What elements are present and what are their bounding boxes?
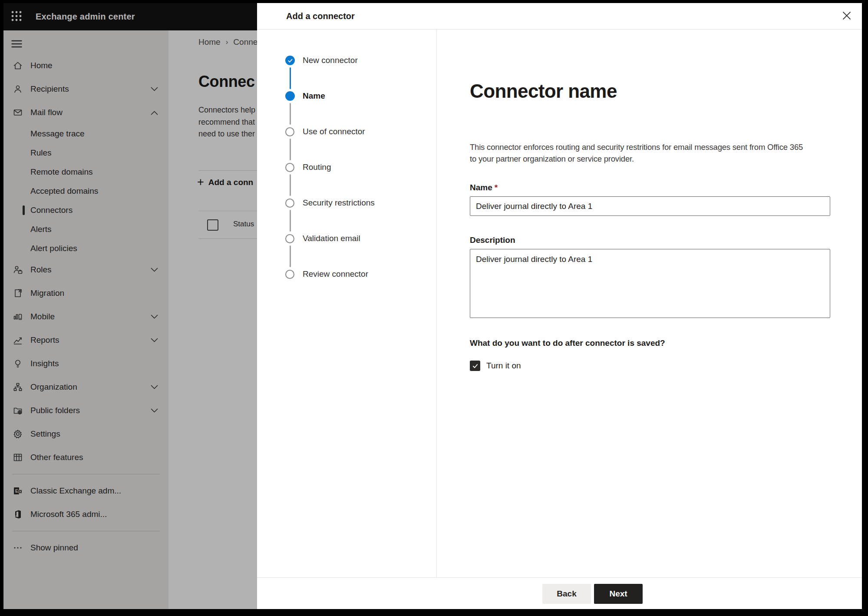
turn-it-on-checkbox-row[interactable]: Turn it on: [470, 361, 836, 371]
step-label: Review connector: [303, 269, 368, 279]
step-current-icon: [285, 91, 295, 101]
app-window: Exchange admin center HomeRecipientsMail…: [3, 3, 862, 609]
wizard-step-use-of-connector: Use of connector: [257, 123, 365, 140]
step-label: Name: [303, 91, 325, 101]
turn-it-on-label: Turn it on: [486, 361, 521, 371]
close-button[interactable]: [838, 8, 855, 24]
step-connector-line: [290, 139, 291, 160]
connector-name-input[interactable]: [470, 196, 830, 216]
wizard-step-security-restrictions: Security restrictions: [257, 194, 375, 212]
after-save-question: What do you want to do after connector i…: [470, 338, 836, 348]
step-upcoming-icon: [285, 163, 294, 172]
required-asterisk: *: [495, 183, 498, 192]
step-label: Use of connector: [303, 127, 365, 136]
step-connector-line: [290, 67, 291, 89]
step-label: Validation email: [303, 234, 360, 243]
step-description: This connector enforces routing and secu…: [470, 141, 836, 165]
step-connector-line: [290, 210, 291, 232]
step-completed-icon: [285, 56, 295, 65]
step-upcoming-icon: [285, 270, 294, 279]
step-label: New connector: [303, 56, 358, 65]
wizard-steps: New connectorNameUse of connectorRouting…: [257, 30, 437, 577]
step-connector-line: [290, 174, 291, 196]
wizard-step-new-connector: New connector: [257, 52, 358, 69]
step-label: Routing: [303, 162, 331, 172]
dialog-title: Add a connector: [286, 11, 355, 21]
step-heading: Connector name: [470, 80, 836, 102]
close-icon: [842, 11, 851, 22]
step-upcoming-icon: [285, 127, 294, 136]
connector-description-textarea[interactable]: Deliver journal directly to Area 1: [470, 249, 830, 318]
dialog-footer: Back Next: [257, 577, 862, 609]
step-connector-line: [290, 103, 291, 125]
step-upcoming-icon: [285, 234, 294, 243]
wizard-step-review-connector: Review connector: [257, 265, 368, 283]
name-field-label: Name*: [470, 183, 836, 192]
dialog-header: Add a connector: [257, 3, 862, 30]
wizard-step-validation-email: Validation email: [257, 230, 360, 247]
step-upcoming-icon: [285, 199, 294, 208]
description-field-label: Description: [470, 235, 836, 245]
step-connector-line: [290, 245, 291, 267]
wizard-step-routing: Routing: [257, 159, 331, 176]
dialog-body: New connectorNameUse of connectorRouting…: [257, 30, 862, 577]
next-button[interactable]: Next: [594, 584, 643, 604]
back-button[interactable]: Back: [542, 584, 591, 604]
step-label: Security restrictions: [303, 198, 375, 208]
wizard-step-name: Name: [257, 87, 325, 105]
checked-checkbox-icon[interactable]: [470, 361, 480, 371]
add-connector-dialog: Add a connector New connectorNameUse of …: [257, 3, 862, 609]
step-content-panel: Connector name This connector enforces r…: [437, 30, 862, 577]
